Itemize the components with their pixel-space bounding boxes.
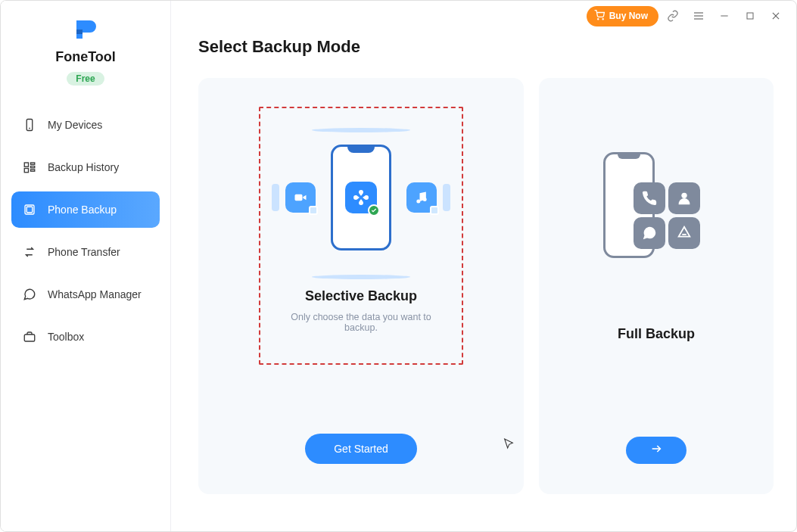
get-started-button[interactable]: Get Started	[305, 434, 417, 464]
appstore-icon	[668, 217, 700, 249]
nav-toolbox[interactable]: Toolbox	[11, 319, 160, 355]
nav-label: Toolbox	[48, 331, 84, 343]
svg-point-21	[416, 200, 420, 204]
nav-label: Backup History	[48, 161, 119, 173]
selective-title: Selective Backup	[305, 288, 417, 304]
arrow-right-icon	[649, 443, 664, 459]
svg-rect-12	[24, 163, 28, 166]
highlighted-region: Selective Backup Only choose the data yo…	[259, 107, 463, 365]
transfer-icon	[22, 244, 37, 260]
selective-illustration	[285, 131, 437, 267]
svg-rect-16	[31, 170, 35, 171]
nav-my-devices[interactable]: My Devices	[11, 107, 160, 143]
phone-icon	[331, 145, 391, 250]
message-icon	[634, 217, 665, 249]
nav-backup-history[interactable]: Backup History	[11, 149, 160, 185]
card-selective-backup[interactable]: Selective Backup Only choose the data yo…	[198, 78, 524, 494]
svg-rect-14	[31, 166, 35, 168]
nav-label: Phone Backup	[48, 204, 117, 216]
svg-rect-20	[295, 194, 303, 201]
card-full-backup[interactable]: Full Backup	[539, 78, 774, 494]
device-icon	[22, 117, 37, 132]
nav-label: WhatsApp Manager	[48, 288, 142, 300]
backup-mode-cards: Selective Backup Only choose the data yo…	[198, 78, 769, 494]
selective-subtitle: Only choose the data you want to backup.	[283, 312, 439, 333]
free-badge: Free	[67, 72, 104, 86]
nav-whatsapp-manager[interactable]: WhatsApp Manager	[11, 276, 160, 313]
svg-rect-19	[24, 334, 35, 341]
sidebar: FoneTool Free My Devices Backup History …	[1, 1, 171, 531]
nav-label: Phone Transfer	[48, 246, 120, 258]
app-name: FoneTool	[1, 49, 170, 65]
svg-point-23	[681, 193, 686, 198]
whatsapp-icon	[22, 287, 37, 302]
full-backup-arrow-button[interactable]	[626, 437, 686, 464]
page-title: Select Backup Mode	[198, 37, 769, 57]
logo-block: FoneTool Free	[1, 16, 170, 107]
music-icon	[406, 182, 437, 213]
video-icon	[285, 182, 316, 213]
cursor-icon	[503, 437, 515, 450]
app-logo-icon	[72, 16, 99, 43]
svg-rect-10	[26, 120, 33, 131]
svg-rect-13	[31, 163, 35, 164]
toolbox-icon	[22, 329, 37, 344]
nav-phone-backup[interactable]: Phone Backup	[11, 191, 160, 228]
svg-rect-18	[26, 207, 33, 213]
phone-call-icon	[634, 182, 665, 214]
fan-icon	[345, 182, 377, 213]
nav-list: My Devices Backup History Phone Backup P…	[1, 107, 170, 355]
check-icon	[368, 204, 380, 216]
svg-rect-15	[24, 169, 28, 173]
backup-icon	[22, 202, 37, 217]
contact-icon	[668, 182, 700, 214]
svg-rect-9	[76, 30, 83, 34]
nav-phone-transfer[interactable]: Phone Transfer	[11, 234, 160, 270]
full-title: Full Backup	[618, 326, 695, 342]
main-content: Select Backup Mode	[171, 1, 796, 531]
nav-label: My Devices	[48, 119, 102, 131]
full-illustration	[596, 152, 717, 288]
svg-point-22	[423, 198, 427, 201]
history-icon	[22, 160, 37, 175]
